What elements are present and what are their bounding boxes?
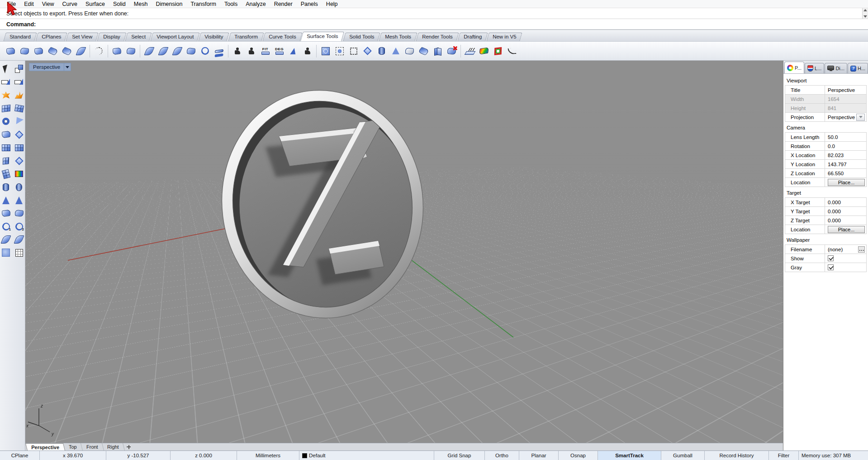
- z-target-value[interactable]: 0.000: [825, 216, 866, 225]
- menu-transform[interactable]: Transform: [186, 0, 220, 8]
- record-history-toggle[interactable]: Record History: [705, 451, 769, 460]
- panel-tab-help[interactable]: H...: [848, 63, 868, 73]
- pin-drape-icon[interactable]: [0, 234, 11, 245]
- viewport-title-tab[interactable]: Perspective: [29, 63, 71, 71]
- target-place-button[interactable]: Place...: [828, 226, 865, 233]
- projection-dropdown-button[interactable]: [856, 114, 865, 121]
- y-target-value[interactable]: 0.000: [825, 207, 866, 216]
- delete-surface-icon[interactable]: [445, 44, 459, 58]
- panel-tab-display[interactable]: Di...: [825, 63, 847, 73]
- tab-render-tools[interactable]: Render Tools: [416, 33, 459, 41]
- connect-surfaces-icon[interactable]: [142, 44, 156, 58]
- osnap-toggle[interactable]: Osnap: [559, 451, 598, 460]
- mesh-color-icon[interactable]: [14, 168, 24, 179]
- tab-standard[interactable]: Standard: [3, 33, 37, 41]
- surface-from-points-icon[interactable]: [300, 44, 314, 58]
- sketch-mouse-icon[interactable]: [14, 208, 24, 219]
- tab-new-in-v5[interactable]: New in V5: [486, 33, 522, 41]
- drape-icon[interactable]: [14, 234, 24, 245]
- patch-points-icon[interactable]: [417, 44, 431, 58]
- diamond-patch-icon[interactable]: [14, 155, 24, 166]
- spray-points-icon[interactable]: [14, 116, 24, 127]
- viewport-tab-right[interactable]: Right: [102, 443, 125, 450]
- menu-panels[interactable]: Panels: [297, 0, 322, 8]
- cone-icon[interactable]: [14, 195, 24, 206]
- fold-surface-left-icon[interactable]: [46, 44, 60, 58]
- menu-render[interactable]: Render: [270, 0, 297, 8]
- camera-place-button[interactable]: Place...: [828, 179, 865, 186]
- menu-curve[interactable]: Curve: [58, 0, 81, 8]
- drape-cone-icon[interactable]: [0, 195, 11, 206]
- unroll-surface-icon[interactable]: [18, 44, 32, 58]
- units-button[interactable]: Millimeters: [237, 451, 299, 460]
- panel-tab-properties[interactable]: P...: [784, 62, 804, 73]
- tab-cplanes[interactable]: CPlanes: [35, 33, 67, 41]
- fit-surface-icon[interactable]: FIT: [258, 44, 272, 58]
- menu-surface[interactable]: Surface: [81, 0, 109, 8]
- offset-surface-icon[interactable]: [184, 44, 198, 58]
- scroll-up-icon[interactable]: [863, 9, 867, 11]
- diamond-cage-icon[interactable]: [360, 44, 375, 58]
- edit-patch-icon[interactable]: [14, 103, 24, 114]
- cplane-button[interactable]: CPlane: [0, 451, 40, 460]
- tab-visibility[interactable]: Visibility: [199, 33, 230, 41]
- tab-display[interactable]: Display: [97, 33, 127, 41]
- history-curve-icon[interactable]: [505, 44, 519, 58]
- viewport-tab-front[interactable]: Front: [81, 443, 104, 450]
- book-mirror-icon[interactable]: [431, 44, 445, 58]
- tab-drafting[interactable]: Drafting: [457, 33, 488, 41]
- x-location-value[interactable]: 82.023: [825, 151, 866, 159]
- twist-surface-icon[interactable]: [74, 44, 88, 58]
- y-location-value[interactable]: 143.797: [825, 160, 866, 168]
- set-points-icon[interactable]: [230, 44, 244, 58]
- z-location-value[interactable]: 66.550: [825, 169, 866, 177]
- plane-corners-icon[interactable]: [0, 142, 11, 153]
- scroll-down-icon[interactable]: [863, 15, 867, 18]
- gumball-toggle[interactable]: Gumball: [661, 451, 705, 460]
- new-viewport-tab-icon[interactable]: [124, 443, 134, 450]
- explode-icon[interactable]: [0, 90, 11, 101]
- menu-tools[interactable]: Tools: [220, 0, 242, 8]
- ortho-toggle[interactable]: Ortho: [485, 451, 519, 460]
- fold-surface-right-icon[interactable]: [60, 44, 74, 58]
- fillet-2-icon[interactable]: 2: [14, 221, 24, 232]
- split-plane-icon[interactable]: [0, 168, 11, 179]
- triangle-cage-icon[interactable]: [389, 44, 403, 58]
- blend-surface-icon[interactable]: [110, 44, 124, 58]
- rotation-value[interactable]: 0.0: [825, 142, 866, 150]
- panel-tab-layers[interactable]: L...: [805, 63, 824, 73]
- box-edit-icon[interactable]: [491, 44, 505, 58]
- tab-set-view[interactable]: Set View: [66, 33, 99, 41]
- circle-square-icon[interactable]: [318, 44, 332, 58]
- tab-viewport-layout[interactable]: Viewport Layout: [150, 33, 200, 41]
- zebra-analysis-icon[interactable]: [477, 44, 491, 58]
- control-points-on-icon[interactable]: [0, 103, 11, 114]
- command-prompt[interactable]: Command:: [0, 19, 868, 30]
- coin-model[interactable]: [209, 79, 436, 330]
- extend-surface-icon[interactable]: [32, 44, 46, 58]
- tab-curve-tools[interactable]: Curve Tools: [262, 33, 302, 41]
- zoom-extents-region-icon[interactable]: [332, 44, 346, 58]
- menu-mesh[interactable]: Mesh: [130, 0, 152, 8]
- smarttrack-toggle[interactable]: SmartTrack: [598, 451, 661, 460]
- smash-icon[interactable]: [14, 90, 24, 101]
- heightfield-icon[interactable]: [14, 247, 24, 258]
- match-surface-icon[interactable]: [156, 44, 170, 58]
- plane-3pt-icon[interactable]: [14, 142, 24, 153]
- planar-toggle[interactable]: Planar: [519, 451, 559, 460]
- net-surface-icon[interactable]: [14, 129, 24, 140]
- cage-deform-icon[interactable]: [14, 182, 24, 192]
- direction-plate-icon[interactable]: [463, 44, 477, 58]
- menu-solid[interactable]: Solid: [109, 0, 130, 8]
- viewport-tab-perspective[interactable]: Perspective: [25, 443, 65, 450]
- change-degree-icon[interactable]: DEG: [272, 44, 286, 58]
- x-target-value[interactable]: 0.000: [825, 198, 866, 206]
- viewport-menu-button[interactable]: [64, 63, 71, 71]
- tab-transform[interactable]: Transform: [228, 33, 264, 41]
- filename-value[interactable]: (none): [828, 247, 843, 252]
- lens-length-value[interactable]: 50.0: [825, 133, 866, 141]
- command-history[interactable]: Select objects to export. Press Enter wh…: [0, 8, 868, 19]
- menu-help[interactable]: Help: [322, 0, 342, 8]
- fillet-1-icon[interactable]: 1: [0, 221, 11, 232]
- select-pointer-icon[interactable]: [0, 63, 11, 74]
